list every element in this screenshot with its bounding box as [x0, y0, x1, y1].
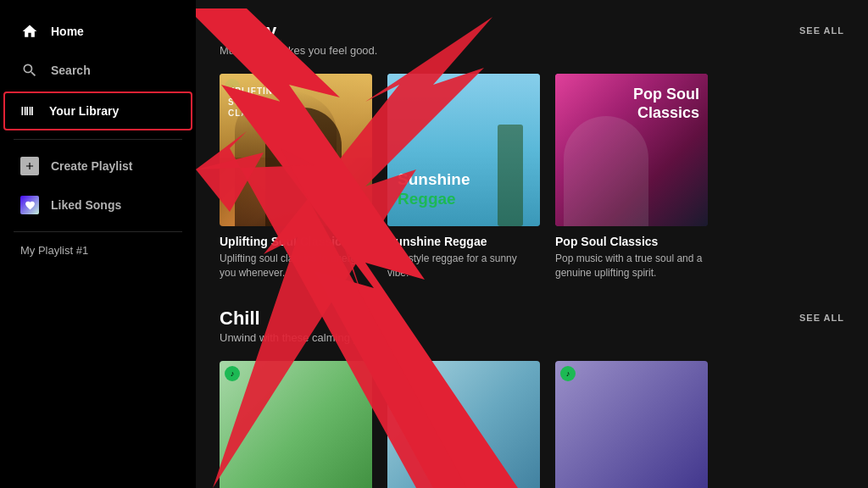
happy-section: Happy Music that makes you feel good. SE… [220, 20, 844, 280]
card-uplifting-image: ♪ UpliftingSoulClassics [220, 74, 372, 226]
home-icon [20, 22, 39, 41]
happy-section-header: Happy Music that makes you feel good. SE… [220, 20, 844, 70]
sidebar-create-playlist-label: Create Playlist [51, 159, 133, 173]
card-chill1-image: ♪ [220, 361, 372, 488]
card-sunshine-image: ♪ SunshineReggae [387, 74, 540, 226]
card-chill-1[interactable]: ♪ [220, 361, 372, 488]
sidebar-divider [14, 139, 182, 140]
palm-trunk [498, 125, 523, 226]
chill-section-titles: Chill Unwind with these calming playlist… [220, 308, 395, 358]
sidebar-item-your-library[interactable]: Your Library [3, 92, 192, 130]
library-icon [19, 102, 37, 120]
heart-icon [20, 196, 39, 214]
card-pop-soul-title: Pop Soul Classics [555, 235, 708, 248]
card-pop-soul[interactable]: ♪ Pop SoulClassics Pop Soul Classics Pop… [555, 74, 708, 280]
search-icon [20, 61, 39, 80]
chill-subtitle: Unwind with these calming playlists. [220, 331, 395, 344]
pop-soul-person [564, 116, 648, 226]
card-chill-3[interactable]: ♪ [555, 361, 708, 488]
card-uplifting-soul[interactable]: ♪ UpliftingSoulClassics Uplifting Soul C… [220, 74, 372, 280]
sunshine-overlay-text: SunshineReggae [398, 170, 470, 209]
main-content: Happy Music that makes you feel good. SE… [196, 0, 868, 488]
card-chill3-image: ♪ [555, 361, 708, 488]
spotify-badge-chill3: ♪ [560, 366, 576, 381]
sidebar-liked-songs-label: Liked Songs [51, 198, 121, 212]
sidebar-search-label: Search [51, 64, 91, 77]
card-pop-soul-image: ♪ Pop SoulClassics [555, 74, 708, 226]
happy-title: Happy [220, 20, 377, 42]
sidebar-home-label: Home [51, 25, 84, 38]
spotify-badge-chill2: ♪ [392, 366, 408, 381]
sidebar-item-home[interactable]: Home [7, 14, 189, 49]
happy-see-all[interactable]: SEE ALL [799, 20, 844, 36]
card-pop-soul-desc: Pop music with a true soul and a genuine… [555, 252, 708, 280]
happy-subtitle: Music that makes you feel good. [220, 44, 377, 57]
plus-icon [20, 157, 39, 175]
card-sunshine-title: Sunshine Reggae [387, 235, 540, 248]
chill-section-header: Chill Unwind with these calming playlist… [220, 308, 844, 358]
pop-soul-overlay-text: Pop SoulClassics [633, 86, 699, 122]
card-sunshine-reggae[interactable]: ♪ SunshineReggae Sunshine Reggae Pop sty… [387, 74, 540, 280]
sidebar-item-create-playlist[interactable]: Create Playlist [7, 148, 189, 184]
card-uplifting-title: Uplifting Soul Classics [220, 235, 372, 248]
sidebar-item-liked-songs[interactable]: Liked Songs [7, 187, 189, 223]
sidebar-library-label: Your Library [49, 104, 119, 118]
chill-title: Chill [220, 308, 395, 330]
card-chill2-image: ♪ [387, 361, 540, 488]
card-chill-2[interactable]: ♪ [387, 361, 540, 488]
happy-cards-row: ♪ UpliftingSoulClassics Uplifting Soul C… [220, 74, 844, 280]
sidebar-item-search[interactable]: Search [7, 53, 189, 88]
chill-section: Chill Unwind with these calming playlist… [220, 308, 844, 488]
sidebar-playlist-my-playlist-1[interactable]: My Playlist #1 [0, 239, 196, 262]
person-body [265, 108, 342, 226]
chill-cards-row: ♪ ♪ ♪ [220, 361, 844, 488]
card-sunshine-desc: Pop style reggae for a sunny vibe! [387, 252, 540, 280]
sidebar-divider-2 [14, 231, 182, 232]
happy-section-titles: Happy Music that makes you feel good. [220, 20, 377, 70]
sidebar: Home Search Your Library Create Playlist [0, 0, 196, 488]
chill-see-all[interactable]: SEE ALL [799, 308, 844, 323]
card-uplifting-desc: Uplifting soul classics to energize you … [220, 252, 372, 280]
spotify-badge-chill1: ♪ [225, 366, 240, 381]
